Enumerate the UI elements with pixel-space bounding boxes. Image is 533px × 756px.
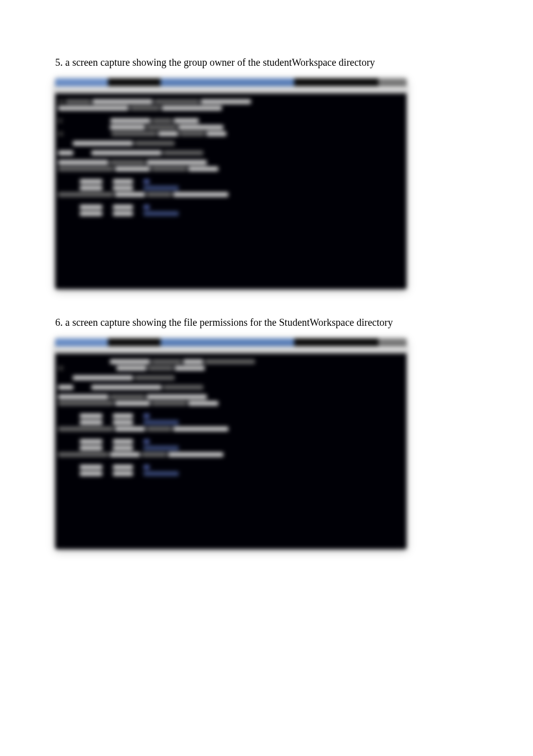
document-item-5: 5. a screen capture showing the group ow… (55, 55, 478, 289)
titlebar-segment (378, 338, 407, 346)
titlebar-segment (294, 338, 378, 346)
terminal-titlebar (55, 338, 407, 346)
item-text: 6. a screen capture showing the file per… (55, 315, 478, 329)
item-number: 6. (55, 317, 63, 328)
titlebar-segment (108, 78, 161, 86)
terminal-menubar (55, 346, 407, 353)
titlebar-segment (161, 338, 294, 346)
item-number: 5. (55, 57, 63, 68)
item-description: a screen capture showing the file permis… (65, 317, 393, 328)
titlebar-segment (161, 78, 294, 86)
titlebar-segment (108, 338, 161, 346)
document-item-6: 6. a screen capture showing the file per… (55, 315, 478, 549)
item-description: a screen capture showing the group owner… (65, 57, 375, 68)
titlebar-segment (55, 78, 108, 86)
terminal-body (55, 353, 407, 479)
terminal-body (55, 93, 407, 219)
titlebar-segment (294, 78, 378, 86)
terminal-screenshot-2 (55, 338, 407, 549)
titlebar-segment (378, 78, 407, 86)
terminal-titlebar (55, 78, 407, 86)
item-text: 5. a screen capture showing the group ow… (55, 55, 478, 69)
terminal-screenshot-1 (55, 78, 407, 289)
terminal-menubar (55, 86, 407, 93)
titlebar-segment (55, 338, 108, 346)
